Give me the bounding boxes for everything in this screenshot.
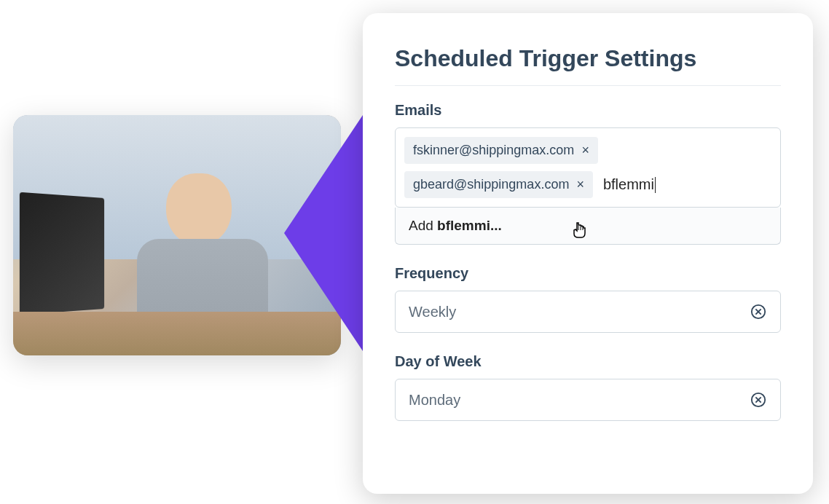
email-chip: gbeard@shippingmax.com × (404, 171, 593, 198)
clear-day-icon[interactable] (750, 391, 767, 409)
day-of-week-label: Day of Week (395, 353, 781, 370)
clear-frequency-icon[interactable] (750, 303, 767, 320)
frequency-select[interactable]: Weekly (395, 291, 781, 333)
settings-panel: Scheduled Trigger Settings Emails fskinn… (363, 13, 813, 494)
pointer-cursor-icon (570, 221, 589, 245)
text-cursor-icon (655, 177, 656, 193)
panel-title: Scheduled Trigger Settings (395, 45, 781, 86)
callout-connector (284, 102, 372, 364)
emails-label: Emails (395, 102, 781, 119)
day-of-week-select[interactable]: Monday (395, 379, 781, 421)
suggestion-prefix: Add (409, 218, 437, 233)
email-chip-text: gbeard@shippingmax.com (413, 177, 569, 192)
email-chip: fskinner@shippingmax.com × (404, 137, 598, 164)
email-typing-text[interactable]: bflemmi (600, 172, 659, 197)
email-chip-text: fskinner@shippingmax.com (413, 143, 574, 158)
day-of-week-value: Monday (409, 392, 460, 409)
remove-chip-icon[interactable]: × (581, 143, 589, 158)
autocomplete-suggestion[interactable]: Add bflemmi... (395, 208, 781, 245)
emails-input-box[interactable]: fskinner@shippingmax.com × gbeard@shippi… (395, 127, 781, 208)
frequency-value: Weekly (409, 304, 456, 320)
frequency-label: Frequency (395, 265, 781, 282)
remove-chip-icon[interactable]: × (576, 177, 584, 192)
suggestion-match: bflemmi... (437, 218, 502, 233)
